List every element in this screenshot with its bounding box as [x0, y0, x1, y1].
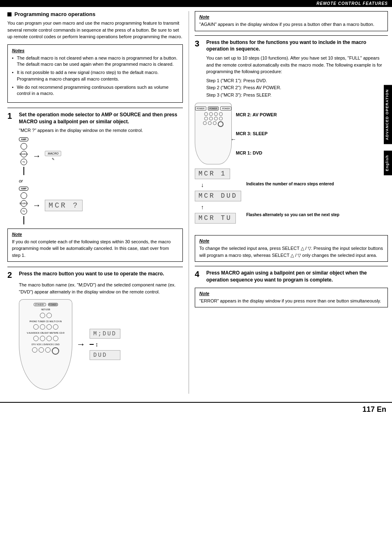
step4-block: 4 Press MACRO again using a ballpoint pe… — [195, 266, 388, 284]
arrow-right-2: → — [32, 201, 41, 210]
step3-diagram: POWER POWER POWER — [195, 103, 388, 164]
seg-display-mcrdvd: MCR DUD — [195, 191, 241, 201]
step3-num: 3 — [195, 39, 206, 53]
remote-source-down: AMP SOURCE TV — [19, 187, 28, 224]
step2-display-segments: M;DUD ↕ DUD — [90, 329, 120, 360]
intro-text: You can program your own macro and use t… — [7, 20, 183, 40]
remote-step3: POWER POWER POWER — [195, 103, 232, 164]
notes-list: The default macro is not cleared when a … — [12, 55, 178, 97]
arrow-down-1: ↓ — [195, 182, 204, 188]
left-column: Programming macro operations You can pro… — [0, 11, 189, 394]
macro-btn-sketch: MACRO ✎ — [45, 151, 61, 161]
english-tab: English — [384, 151, 392, 175]
title-square-icon — [7, 12, 12, 16]
display-labels-col: Indicates the number of macro steps ente… — [246, 169, 339, 230]
step2-num: 2 — [7, 270, 19, 279]
step2-body: The macro button name (ex. "M;DVD") and … — [19, 282, 183, 295]
step3-line3: Step 3 ("MCR 3"): Press SLEEP. — [206, 92, 388, 99]
header-title: REMOTE CONTROL FEATURES — [316, 1, 388, 6]
indicates-label: Indicates the number of macro steps ente… — [246, 181, 339, 187]
bottom-bar: 117 En — [0, 402, 392, 416]
step2-title: Press the macro button you want to use t… — [19, 270, 183, 279]
step3-body: You can set up to 10 steps (10 functions… — [206, 55, 388, 75]
remote-amp-up: AMP SOURCE TV — [19, 137, 28, 175]
right-note2-label: Note — [199, 238, 383, 243]
section-title-text: Programming macro operations — [14, 11, 95, 17]
page: REMOTE CONTROL FEATURES Programming macr… — [0, 0, 392, 554]
step1-diagram-2: AMP SOURCE TV → MCR ? — [19, 187, 183, 224]
step1-body: "MCR ?" appears in the display window on… — [19, 127, 183, 134]
notes-label: Notes — [12, 48, 178, 53]
right-column: Note "AGAIN" appears in the display wind… — [189, 11, 392, 394]
seg-display-mcrtu: MCR TU — [195, 213, 236, 224]
step1-num: 1 — [7, 111, 19, 125]
step3-block: 3 Press the buttons for the functions yo… — [195, 35, 388, 99]
note-step1-text: If you do not complete each of the follo… — [12, 238, 178, 259]
note-item-2: It is not possible to add a new signal (… — [12, 69, 178, 82]
notes-box: Notes The default macro is not cleared w… — [7, 44, 183, 103]
seg-display-2: DUD — [90, 350, 120, 360]
arrow-right-1: → — [32, 151, 41, 161]
mcr3-label: MCR 3: SLEEP — [236, 131, 277, 136]
step1-diagram: AMP SOURCE TV → MACRO ✎ — [19, 137, 183, 175]
arrow-up-1: ↑ — [195, 204, 204, 210]
flashes-label: Flashes alternately so you can set the n… — [246, 212, 339, 218]
right-note2-box: Note To change the selected input area, … — [195, 235, 388, 262]
step3-title: Press the buttons for the functions you … — [206, 39, 388, 53]
right-note1-text: "AGAIN" appears in the display window if… — [199, 21, 383, 28]
remote-large-sketch: STANDBY POWER NET/USB PHONOTUNERCDMULTI … — [19, 299, 72, 390]
segment-display-mcr: MCR ? — [45, 200, 83, 211]
step4-title: Press MACRO again using a ballpoint pen … — [206, 270, 388, 284]
step2-diagram: STANDBY POWER NET/USB PHONOTUNERCDMULTI … — [19, 299, 183, 390]
right-note2-text: To change the selected input area, press… — [199, 245, 383, 259]
step1-title: Set the operation mode selector to AMP o… — [19, 111, 183, 125]
right-note1-label: Note — [199, 14, 383, 19]
section-title: Programming macro operations — [7, 11, 183, 17]
mcr2-label: MCR 2: AV POWER — [236, 112, 277, 117]
right-note3-label: Note — [199, 291, 383, 296]
mcr-labels-section: MCR 2: AV POWER MCR 3: SLEEP MCR 1: DVD — [236, 103, 277, 164]
seg-display-1: M;DUD — [90, 329, 120, 339]
right-note3-box: Note "ERROR" appears in the display wind… — [195, 288, 388, 308]
note-step1-box: Note If you do not complete each of the … — [7, 229, 183, 262]
step1-block: 1 Set the operation mode selector to AMP… — [7, 108, 183, 224]
step3-remote-section: POWER POWER POWER — [195, 103, 232, 164]
segments-col: MCR 1 ↓ MCR DUD ↑ MCR TU — [195, 169, 241, 224]
step3-line2: Step 2 ("MCR 2"): Press AV POWER. — [206, 84, 388, 92]
step3-line1: Step 1 ("MCR 1"): Press DVD. — [206, 77, 388, 85]
step3-lines: Step 1 ("MCR 1"): Press DVD. Step 2 ("MC… — [206, 77, 388, 99]
note-step1-label: Note — [12, 232, 178, 237]
right-note1-box: Note "AGAIN" appears in the display wind… — [195, 11, 388, 31]
advanced-operation-tab: ADVANCED OPERATION — [384, 85, 392, 144]
arrow-right-step2: → — [76, 339, 85, 350]
display-segments-section: MCR 1 ↓ MCR DUD ↑ MCR TU Indicates the n… — [195, 169, 388, 230]
note-item-3: We do not recommend programming continuo… — [12, 84, 178, 97]
or-label: or — [19, 178, 183, 183]
note-item-1: The default macro is not cleared when a … — [12, 55, 178, 68]
page-number: 117 En — [362, 405, 386, 414]
step2-block: 2 Press the macro button you want to use… — [7, 267, 183, 390]
step4-num: 4 — [195, 270, 206, 284]
seg-display-mcr1: MCR 1 — [195, 169, 230, 179]
mcr1-label: MCR 1: DVD — [236, 150, 277, 155]
top-bar: REMOTE CONTROL FEATURES — [0, 0, 392, 7]
right-note3-text: "ERROR" appears in the display window if… — [199, 298, 383, 305]
